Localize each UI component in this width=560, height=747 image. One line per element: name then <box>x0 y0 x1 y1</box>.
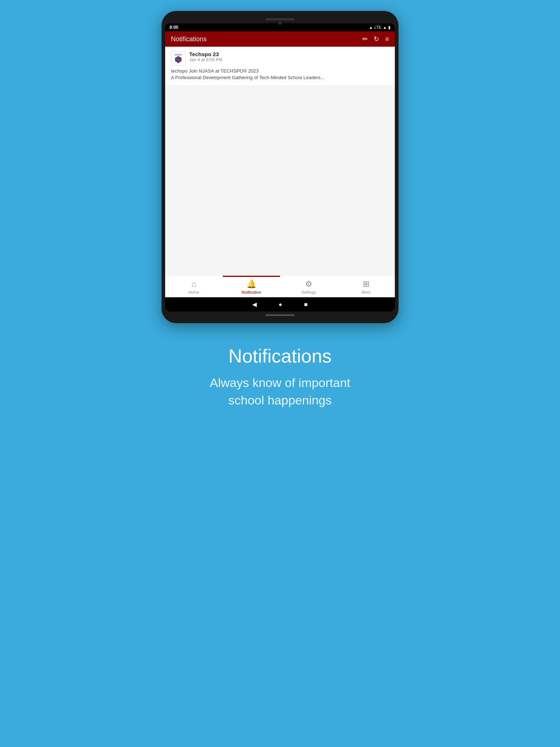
content-area <box>165 86 395 275</box>
promo-title: Notifications <box>210 345 350 367</box>
notification-date: Jan 4 at 9:09 PM <box>189 57 389 62</box>
tablet-top-bar <box>165 18 395 20</box>
logo-shield <box>175 56 182 63</box>
promo-subtitle: Always know of importantschool happening… <box>210 374 350 409</box>
refresh-icon[interactable]: ↻ <box>374 35 379 43</box>
android-nav: ◀ ● ■ <box>165 297 395 311</box>
nav-item-home[interactable]: ⌂ Home <box>165 276 223 297</box>
tablet-speaker <box>265 18 295 20</box>
notification-body-line1: techspo Join NJASA at TECHSPO® 2023 <box>171 68 389 74</box>
nav-item-settings[interactable]: ⚙ Settings <box>280 276 338 297</box>
nav-item-more[interactable]: ⊞ More <box>338 276 395 297</box>
home-button[interactable]: ● <box>279 301 282 308</box>
signal-icon: ▲ <box>383 25 387 30</box>
nav-item-notification[interactable]: 🔔 Notification <box>223 276 280 297</box>
battery-icon: ▮ <box>388 25 390 30</box>
recents-button[interactable]: ■ <box>304 301 308 308</box>
notification-list: ASSOC Techspo 23 Jan 4 at 9:09 PM techsp… <box>165 47 395 86</box>
bottom-nav: ⌂ Home 🔔 Notification ⚙ Settings ⊞ More <box>165 275 395 297</box>
promo-section: Notifications Always know of importantsc… <box>195 345 365 409</box>
status-time: 8:00 <box>170 25 178 30</box>
header-actions: ✏ ↻ ≡ <box>362 35 389 43</box>
tablet-screen: 8:00 ▲ LTE ▲ ▮ Notifications ✏ ↻ ≡ <box>165 23 395 311</box>
nav-label-notification: Notification <box>241 290 261 294</box>
menu-icon[interactable]: ≡ <box>385 35 389 43</box>
tablet-bottom-bar <box>165 314 395 316</box>
status-icons: ▲ LTE ▲ ▮ <box>369 25 390 30</box>
nav-label-home: Home <box>188 290 199 294</box>
notification-logo: ASSOC <box>171 51 186 66</box>
nav-label-settings: Settings <box>302 290 316 294</box>
notification-body-line2: A Professional Development Gathering of … <box>171 74 389 81</box>
more-icon: ⊞ <box>363 279 369 289</box>
tablet-home-bar <box>265 314 295 316</box>
notification-title-block: Techspo 23 Jan 4 at 9:09 PM <box>189 51 389 62</box>
home-icon: ⌂ <box>191 279 196 289</box>
tablet-device: 8:00 ▲ LTE ▲ ▮ Notifications ✏ ↻ ≡ <box>162 11 398 323</box>
notification-item[interactable]: ASSOC Techspo 23 Jan 4 at 9:09 PM techsp… <box>165 47 395 86</box>
notification-nav-icon: 🔔 <box>246 279 256 289</box>
notification-header: ASSOC Techspo 23 Jan 4 at 9:09 PM <box>171 51 389 66</box>
app-title: Notifications <box>171 35 207 43</box>
settings-icon: ⚙ <box>305 279 312 289</box>
wifi-icon: ▲ <box>369 25 373 30</box>
nav-label-more: More <box>362 290 371 294</box>
tablet-camera <box>278 21 282 25</box>
network-label: LTE <box>374 25 381 30</box>
edit-icon[interactable]: ✏ <box>362 35 368 43</box>
app-header: Notifications ✏ ↻ ≡ <box>165 31 395 47</box>
back-button[interactable]: ◀ <box>252 301 257 308</box>
notification-sender: Techspo 23 <box>189 51 389 57</box>
